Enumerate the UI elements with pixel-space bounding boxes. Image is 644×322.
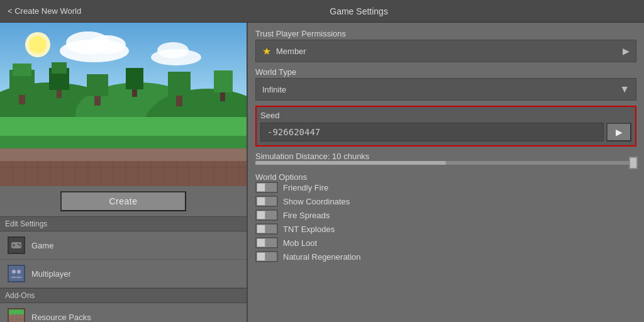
svg-rect-20 <box>126 68 143 89</box>
svg-rect-26 <box>0 136 247 148</box>
mob-loot-label: Mob Loot <box>283 238 317 248</box>
simulation-slider-thumb[interactable] <box>629 157 638 169</box>
fire-spreads-knob <box>257 211 265 219</box>
world-preview <box>0 23 247 186</box>
trust-permissions-arrow: ▶ <box>623 46 630 56</box>
option-fire-spreads: Fire Spreads <box>255 209 636 221</box>
svg-point-2 <box>29 36 47 53</box>
back-button[interactable]: < Create New World <box>8 6 81 16</box>
option-tnt-explodes: TNT Explodes <box>255 223 636 235</box>
show-coordinates-toggle[interactable] <box>255 196 278 207</box>
fire-spreads-toggle[interactable] <box>255 209 278 221</box>
svg-point-7 <box>157 42 189 58</box>
svg-point-56 <box>17 270 21 274</box>
svg-point-53 <box>18 243 19 245</box>
sidebar-item-game[interactable]: Game <box>0 231 247 260</box>
create-button-container: Create <box>0 186 247 216</box>
trust-permissions-value: Member <box>276 47 623 56</box>
page-title: Game Settings <box>81 6 636 16</box>
friendly-fire-toggle[interactable] <box>255 182 278 193</box>
edit-settings-label: Edit Settings <box>0 216 247 231</box>
resource-packs-label: Resource Packs <box>31 313 91 322</box>
simulation-slider-fill <box>255 161 446 165</box>
svg-rect-25 <box>0 117 247 136</box>
seed-input-row: ▶ <box>260 123 631 142</box>
natural-regeneration-knob <box>257 252 265 261</box>
svg-rect-22 <box>168 72 191 96</box>
svg-rect-27 <box>0 148 247 161</box>
game-icon <box>8 236 25 254</box>
friendly-fire-knob <box>257 183 265 192</box>
simulation-distance-section: Simulation Distance: 10 chunks <box>255 152 636 165</box>
natural-regeneration-toggle[interactable] <box>255 251 278 262</box>
svg-point-5 <box>88 35 126 54</box>
svg-point-54 <box>19 245 21 247</box>
simulation-slider-track[interactable] <box>255 161 636 165</box>
svg-rect-24 <box>214 70 233 92</box>
multiplayer-svg-icon <box>9 267 23 280</box>
fire-spreads-label: Fire Spreads <box>283 211 330 220</box>
grass-block-icon <box>9 309 24 322</box>
seed-button-icon: ▶ <box>616 127 623 137</box>
trust-permissions-dropdown[interactable]: ★ Member ▶ <box>255 40 636 62</box>
option-friendly-fire: Friendly Fire <box>255 182 636 193</box>
seed-label: Seed <box>260 111 631 120</box>
mob-loot-toggle[interactable] <box>255 237 278 248</box>
main-content: Create Edit Settings Game <box>0 23 644 322</box>
svg-rect-16 <box>52 62 67 74</box>
multiplayer-label: Multiplayer <box>31 269 71 279</box>
mob-loot-knob <box>257 238 265 247</box>
left-sections: Edit Settings Game <box>0 216 247 322</box>
trust-permissions-label: Trust Player Permissions ★ Member ▶ <box>255 29 636 62</box>
left-panel: Create Edit Settings Game <box>0 23 248 322</box>
sidebar-item-multiplayer[interactable]: Multiplayer <box>0 260 247 288</box>
tnt-explodes-toggle[interactable] <box>255 223 278 235</box>
show-coordinates-knob <box>257 197 265 206</box>
svg-rect-18 <box>87 74 108 96</box>
right-panel: Trust Player Permissions ★ Member ▶ Worl… <box>248 23 644 322</box>
seed-input[interactable] <box>260 123 604 142</box>
create-button[interactable]: Create <box>60 191 186 211</box>
world-type-dropdown[interactable]: Infinite ▼ <box>255 78 636 101</box>
landscape-svg <box>0 23 247 186</box>
sidebar-item-resource-packs[interactable]: Resource Packs <box>0 303 247 322</box>
simulation-distance-label: Simulation Distance: 10 chunks <box>255 152 636 161</box>
addons-label: Add-Ons <box>0 288 247 303</box>
simulation-slider-row <box>255 161 636 165</box>
world-options-section: World Options Friendly Fire Show Coordin… <box>255 170 636 262</box>
world-type-arrow: ▼ <box>619 84 630 95</box>
option-mob-loot: Mob Loot <box>255 237 636 248</box>
seed-section: Seed ▶ <box>255 106 636 147</box>
resource-packs-icon <box>8 308 25 322</box>
tnt-explodes-label: TNT Explodes <box>283 225 335 234</box>
game-label: Game <box>31 241 53 250</box>
game-controller-icon <box>10 239 23 252</box>
option-show-coordinates: Show Coordinates <box>255 196 636 207</box>
svg-rect-13 <box>13 64 31 76</box>
natural-regeneration-label: Natural Regeneration <box>283 252 361 262</box>
star-icon: ★ <box>262 45 271 57</box>
world-type-value: Infinite <box>262 85 286 94</box>
svg-rect-57 <box>9 309 24 314</box>
svg-rect-52 <box>13 245 15 246</box>
multiplayer-icon <box>8 265 25 282</box>
svg-rect-29 <box>0 161 247 186</box>
tnt-explodes-knob <box>257 225 265 233</box>
world-options-label: World Options <box>255 172 636 182</box>
world-type-section: World Type Infinite ▼ <box>255 67 636 101</box>
friendly-fire-label: Friendly Fire <box>283 183 328 192</box>
trust-permissions-title: Trust Player Permissions <box>255 29 636 38</box>
seed-button[interactable]: ▶ <box>606 123 631 142</box>
option-natural-regeneration: Natural Regeneration <box>255 251 636 262</box>
title-bar: < Create New World Game Settings <box>0 0 644 23</box>
svg-point-55 <box>12 270 16 274</box>
world-type-label: World Type <box>255 67 636 77</box>
world-options-grid: Friendly Fire Show Coordinates Fire Spre… <box>255 182 636 262</box>
show-coordinates-label: Show Coordinates <box>283 197 350 206</box>
